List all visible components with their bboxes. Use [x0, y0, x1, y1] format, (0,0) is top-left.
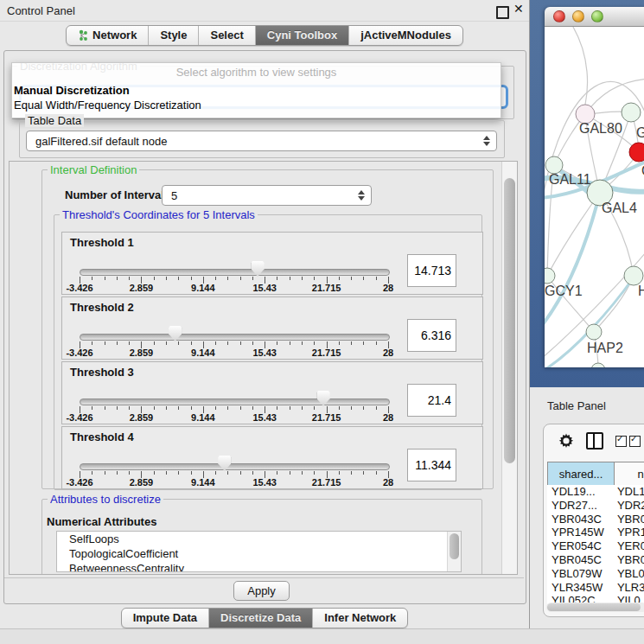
- thresholds-group-title: Threshold's Coordinates for 5 Intervals: [60, 208, 258, 221]
- threshold-value-field[interactable]: [407, 319, 456, 352]
- checkbox-icon[interactable]: [629, 436, 641, 447]
- threshold-value-field[interactable]: [407, 384, 456, 417]
- slider-track[interactable]: [80, 269, 390, 276]
- cell-name[interactable]: YBR0: [614, 513, 644, 526]
- top-tab-bar: NetworkStyleSelectCyni ToolboxjActiveMNo…: [0, 25, 529, 46]
- tab-network[interactable]: Network: [67, 26, 148, 45]
- attribute-item[interactable]: BetweennessCentrality: [57, 561, 461, 572]
- attribute-item[interactable]: TopologicalCoefficient: [57, 546, 461, 561]
- cell-shared-name[interactable]: YBL079W: [547, 567, 614, 581]
- slider-tick: [105, 406, 105, 410]
- node-label: GAL80: [579, 121, 622, 136]
- show-columns-icon[interactable]: [586, 432, 603, 450]
- column-header-shared-name[interactable]: shared...: [547, 462, 615, 486]
- threshold-value-field[interactable]: [407, 254, 456, 287]
- scrollbar-thumb[interactable]: [504, 178, 515, 463]
- network-desktop: GAL80GCGAL11GAL4GCY1HHAP2: [530, 0, 644, 387]
- cell-shared-name[interactable]: YDL19...: [547, 485, 614, 499]
- table-toolbar: [544, 424, 644, 457]
- cell-shared-name[interactable]: YER054C: [547, 539, 614, 553]
- close-panel-icon[interactable]: ✕: [513, 2, 524, 16]
- table-row[interactable]: YLR345WYLR3: [547, 581, 644, 595]
- network-node-hap2[interactable]: [586, 324, 602, 340]
- cell-shared-name[interactable]: YBR045C: [547, 553, 614, 567]
- slider-tick: [376, 471, 377, 475]
- gear-icon[interactable]: [558, 433, 574, 449]
- cell-shared-name[interactable]: YLR345W: [547, 581, 614, 595]
- cell-shared-name[interactable]: YPR145W: [547, 526, 614, 539]
- table-row[interactable]: YER054CYER0: [547, 539, 644, 553]
- cell-shared-name[interactable]: YDR27...: [547, 499, 614, 513]
- tab-style[interactable]: Style: [148, 26, 198, 45]
- tab-impute-data[interactable]: Impute Data: [122, 609, 208, 628]
- network-node-gal11[interactable]: [545, 156, 563, 174]
- table-row[interactable]: YBR043CYBR0: [547, 513, 644, 526]
- slider-tick-label: 28: [383, 283, 393, 293]
- cell-name[interactable]: YDL1: [614, 485, 644, 499]
- cell-name[interactable]: YBR0: [614, 553, 644, 567]
- node-label: GCY1: [545, 284, 583, 298]
- tab-discretize-data[interactable]: Discretize Data: [208, 609, 312, 628]
- slider-tick-label: 15.43: [252, 412, 277, 423]
- threshold-value-field[interactable]: [407, 449, 456, 481]
- network-node-c[interactable]: [629, 143, 644, 162]
- table-row[interactable]: YDR27...YDR2: [547, 499, 644, 513]
- network-node-h[interactable]: [624, 266, 643, 285]
- maximize-window-icon[interactable]: [591, 10, 603, 22]
- cell-name[interactable]: YPR1: [614, 526, 644, 539]
- slider-tick: [351, 471, 352, 475]
- scrollbar-thumb[interactable]: [547, 603, 641, 611]
- attributes-list-scrollbar[interactable]: [447, 532, 461, 571]
- threshold-label: Threshold 1: [70, 236, 134, 249]
- slider-tick-label: 9.144: [191, 412, 215, 423]
- slider-tick: [302, 341, 303, 345]
- checkbox-icon[interactable]: [615, 436, 627, 447]
- table-row[interactable]: YPR145WYPR1: [547, 526, 644, 539]
- network-nodes[interactable]: GAL80GCGAL11GAL4GCY1HHAP2: [545, 103, 644, 367]
- node-label: G: [636, 125, 644, 140]
- network-node-gcy1[interactable]: [545, 268, 555, 284]
- cell-name[interactable]: YDR2: [614, 499, 644, 513]
- network-node[interactable]: [591, 363, 605, 367]
- attributes-list[interactable]: SelfLoopsTopologicalCoefficientBetweenne…: [56, 531, 462, 572]
- apply-button[interactable]: Apply: [233, 581, 290, 601]
- dropdown-option-equal-width-frequency-discretization[interactable]: Equal Width/Frequency Discretization: [12, 98, 501, 112]
- dropdown-option-manual-discretization[interactable]: Manual Discretization: [12, 83, 501, 98]
- tab-select[interactable]: Select: [198, 26, 254, 45]
- table-data-combobox[interactable]: galFiltered.sif default node: [26, 131, 497, 151]
- tab-jactivemnodules[interactable]: jActiveMNodules: [348, 26, 462, 45]
- table-row[interactable]: YBR045CYBR0: [547, 553, 644, 567]
- slider-tick: [154, 341, 155, 345]
- tab-infer-network[interactable]: Infer Network: [312, 609, 407, 628]
- tab-cyni-toolbox[interactable]: Cyni Toolbox: [255, 26, 348, 45]
- slider-tick-label: 21.715: [312, 283, 341, 293]
- network-canvas[interactable]: GAL80GCGAL11GAL4GCY1HHAP2: [545, 27, 644, 367]
- minimize-window-icon[interactable]: [572, 10, 584, 22]
- network-view-window[interactable]: GAL80GCGAL11GAL4GCY1HHAP2: [545, 7, 644, 367]
- network-node-g[interactable]: [622, 103, 641, 122]
- divider: [4, 577, 524, 578]
- num-intervals-combobox[interactable]: 5: [162, 185, 372, 206]
- cell-name[interactable]: YER0: [614, 539, 644, 553]
- slider-tick: [215, 341, 216, 345]
- close-window-icon[interactable]: [553, 10, 565, 22]
- dropdown-prompt: Select algorithm to view settings: [12, 63, 501, 83]
- threshold-panel-1: Threshold 1-3.4262.8599.14415.4321.71528: [61, 232, 483, 295]
- slider-track[interactable]: [80, 463, 390, 470]
- slider-track[interactable]: [80, 399, 390, 405]
- table-horizontal-scrollbar[interactable]: [546, 603, 644, 612]
- cell-name[interactable]: YBL0: [614, 567, 644, 581]
- settings-vertical-scrollbar[interactable]: [501, 162, 517, 574]
- threshold-label: Threshold 4: [70, 430, 134, 443]
- attribute-item[interactable]: SelfLoops: [57, 532, 461, 546]
- table-data-group-title: Table Data: [25, 114, 84, 127]
- table-row[interactable]: YDL19...YDL1: [547, 485, 644, 499]
- cell-name[interactable]: YLR3: [614, 581, 644, 595]
- column-header-name[interactable]: n: [614, 462, 644, 486]
- cell-shared-name[interactable]: YBR043C: [547, 513, 614, 526]
- network-window-titlebar[interactable]: [545, 7, 644, 27]
- table-row[interactable]: YBL079WYBL0: [547, 567, 644, 581]
- slider-track[interactable]: [80, 334, 390, 341]
- slider-tick: [290, 471, 290, 475]
- float-panel-icon[interactable]: [496, 6, 509, 19]
